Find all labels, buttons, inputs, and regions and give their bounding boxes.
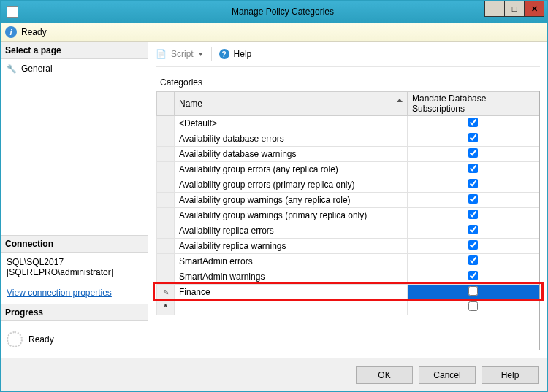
status-text: Ready <box>21 27 47 37</box>
name-cell[interactable]: Availability database errors <box>175 131 408 147</box>
row-header <box>157 116 175 131</box>
mandate-checkbox[interactable] <box>468 164 478 173</box>
left-panel: Select a page General Connection SQL\SQL… <box>1 42 148 358</box>
help-button[interactable]: Help <box>482 366 539 384</box>
mandate-cell[interactable] <box>408 116 539 131</box>
mandate-checkbox[interactable] <box>468 179 478 188</box>
mandate-checkbox[interactable] <box>468 118 478 127</box>
col-name[interactable]: Name <box>175 92 408 116</box>
page-general[interactable]: General <box>7 64 142 74</box>
table-row[interactable]: Availability group warnings (any replica… <box>157 193 539 208</box>
mandate-checkbox[interactable] <box>468 194 478 204</box>
dialog-footer: OK Cancel Help <box>1 358 547 391</box>
row-header <box>157 162 175 177</box>
row-header <box>157 208 175 223</box>
app-icon <box>7 6 18 18</box>
name-cell[interactable]: Availability database warnings <box>175 147 408 162</box>
right-panel: Script ▼ ? Help Categories Name Mandate … <box>148 42 547 358</box>
mandate-checkbox[interactable] <box>468 255 478 265</box>
cancel-button[interactable]: Cancel <box>419 366 476 384</box>
row-header <box>157 269 175 285</box>
progress-spinner-icon <box>7 331 23 347</box>
mandate-cell[interactable] <box>408 254 539 269</box>
table-row[interactable]: SmartAdmin errors <box>157 254 539 269</box>
mandate-cell[interactable] <box>408 223 539 239</box>
newrow-icon <box>164 302 167 312</box>
row-header <box>157 285 175 300</box>
toolbar: Script ▼ ? Help <box>156 46 540 67</box>
mandate-checkbox[interactable] <box>468 148 478 158</box>
separator <box>211 47 212 61</box>
row-header <box>157 254 175 269</box>
mandate-cell[interactable] <box>408 300 539 315</box>
table-row[interactable]: SmartAdmin warnings <box>157 269 539 285</box>
name-cell[interactable]: <Default> <box>175 116 408 131</box>
close-button[interactable]: ✕ <box>524 1 544 17</box>
table-row[interactable]: Availability database errors <box>157 131 539 147</box>
table-row[interactable]: Availability group errors (any replica r… <box>157 162 539 177</box>
row-header <box>157 147 175 162</box>
mandate-cell[interactable] <box>408 131 539 147</box>
mandate-cell[interactable] <box>408 208 539 223</box>
select-page-header: Select a page <box>1 42 148 59</box>
mandate-cell[interactable] <box>408 269 539 285</box>
mandate-checkbox[interactable] <box>468 286 478 296</box>
row-header <box>157 300 175 315</box>
sort-asc-icon <box>397 99 403 102</box>
categories-label: Categories <box>160 77 540 88</box>
progress-header: Progress <box>1 304 148 321</box>
help-button[interactable]: Help <box>234 49 252 59</box>
name-cell[interactable]: Availability replica errors <box>175 223 408 239</box>
script-icon <box>156 49 167 59</box>
table-row[interactable]: <Default> <box>157 116 539 131</box>
row-header <box>157 223 175 239</box>
row-header <box>157 239 175 254</box>
mandate-checkbox[interactable] <box>468 210 478 219</box>
row-header-col <box>157 92 175 116</box>
mandate-cell[interactable] <box>408 177 539 193</box>
mandate-cell[interactable] <box>408 147 539 162</box>
mandate-cell[interactable] <box>408 239 539 254</box>
row-header <box>157 177 175 193</box>
row-header <box>157 193 175 208</box>
maximize-button[interactable]: □ <box>504 1 525 17</box>
name-cell[interactable]: Availability group warnings (primary rep… <box>175 208 408 223</box>
name-cell[interactable]: Availability group errors (any replica r… <box>175 162 408 177</box>
col-mandate[interactable]: Mandate Database Subscriptions <box>408 92 539 116</box>
wrench-icon <box>7 64 21 74</box>
script-dropdown[interactable]: ▼ <box>198 51 204 58</box>
name-cell[interactable]: SmartAdmin errors <box>175 254 408 269</box>
table-row[interactable]: Availability replica warnings <box>157 239 539 254</box>
connection-header: Connection <box>1 235 148 253</box>
mandate-checkbox[interactable] <box>468 240 478 250</box>
status-bar: i Ready <box>1 23 547 42</box>
mandate-cell[interactable] <box>408 193 539 208</box>
help-icon: ? <box>219 49 229 59</box>
title-bar[interactable]: Manage Policy Categories ─ □ ✕ <box>1 1 547 23</box>
name-cell[interactable] <box>175 300 408 315</box>
mandate-checkbox[interactable] <box>468 133 478 142</box>
ok-button[interactable]: OK <box>356 366 413 384</box>
mandate-cell[interactable] <box>408 162 539 177</box>
table-row[interactable]: Finance <box>157 285 539 300</box>
name-cell[interactable]: Availability replica warnings <box>175 239 408 254</box>
mandate-checkbox[interactable] <box>468 271 478 280</box>
minimize-button[interactable]: ─ <box>484 1 505 17</box>
table-row[interactable]: Availability replica errors <box>157 223 539 239</box>
name-cell[interactable]: Availability group errors (primary repli… <box>175 177 408 193</box>
script-button[interactable]: Script <box>171 49 194 59</box>
mandate-checkbox[interactable] <box>468 301 478 311</box>
row-header <box>157 131 175 147</box>
name-cell[interactable]: Finance <box>175 285 408 300</box>
categories-grid[interactable]: Name Mandate Database Subscriptions <Def… <box>156 91 540 350</box>
mandate-cell[interactable] <box>408 285 539 300</box>
view-connection-link[interactable]: View connection properties <box>1 288 148 304</box>
mandate-checkbox[interactable] <box>468 225 478 234</box>
table-row[interactable]: Availability group warnings (primary rep… <box>157 208 539 223</box>
name-cell[interactable]: Availability group warnings (any replica… <box>175 193 408 208</box>
name-cell[interactable]: SmartAdmin warnings <box>175 269 408 285</box>
table-row[interactable]: Availability group errors (primary repli… <box>157 177 539 193</box>
progress-text: Ready <box>28 334 54 345</box>
table-row[interactable] <box>157 300 539 315</box>
table-row[interactable]: Availability database warnings <box>157 147 539 162</box>
